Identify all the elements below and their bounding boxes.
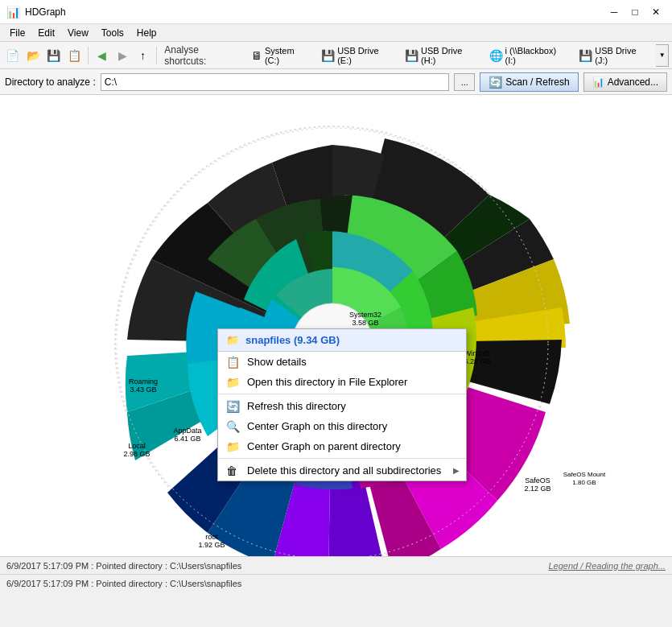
titlebar: 📊 HDGraph ─ □ ✕ xyxy=(0,0,672,24)
label-appdata: AppData xyxy=(173,427,201,435)
minimize-button[interactable]: ─ xyxy=(604,4,624,20)
shortcut-usb-j-label: USB Drive (J:) xyxy=(595,46,649,65)
usb-e-icon: 💾 xyxy=(321,49,335,62)
blackbox-i-icon: 🌐 xyxy=(489,49,503,62)
center-parent-icon: 📁 xyxy=(226,440,240,453)
toolbar-sep-1 xyxy=(88,47,89,64)
show-details-icon: 📋 xyxy=(226,356,240,369)
label-root: root xyxy=(205,533,218,541)
toolbar-back[interactable]: ◀ xyxy=(93,46,111,65)
label-roaming: Roaming xyxy=(128,377,157,386)
directory-input[interactable] xyxy=(101,73,450,91)
bottombar-text: 6/9/2017 5:17:09 PM : Pointed directory … xyxy=(6,579,241,588)
center-graph-label: Center Graph on this directory xyxy=(247,420,387,432)
shortcuts-label: Analyse shortcuts: xyxy=(164,44,241,67)
shortcut-system-c[interactable]: 🖥 System (C:) xyxy=(246,43,315,68)
app-title: HDGraph xyxy=(25,6,66,18)
shortcut-usb-e-label: USB Drive (E:) xyxy=(337,46,394,65)
label-safeos: SafeOS xyxy=(525,476,550,485)
label-appdata-size: 6.41 GB xyxy=(174,435,200,443)
advanced-icon: 📊 xyxy=(592,76,604,88)
shortcut-usb-e[interactable]: 💾 USB Drive (E:) xyxy=(316,43,398,68)
advanced-button[interactable]: 📊 Advanced... xyxy=(583,72,667,92)
system-c-icon: 🖥 xyxy=(251,49,262,62)
context-menu-folder-icon: 📁 xyxy=(226,334,239,346)
toolbar: 📄 📂 💾 📋 ◀ ▶ ↑ Analyse shortcuts: 🖥 Syste… xyxy=(0,42,672,69)
shortcut-usb-j[interactable]: 💾 USB Drive (J:) xyxy=(574,43,654,68)
label-winsxs: WinSxS xyxy=(464,349,489,357)
menu-file[interactable]: File xyxy=(3,26,31,40)
context-menu-open-explorer[interactable]: 📁 Open this directory in File Explorer xyxy=(218,372,466,392)
menu-view[interactable]: View xyxy=(61,26,95,40)
toolbar-new[interactable]: 📄 xyxy=(3,46,22,65)
refresh-dir-label: Refresh this directory xyxy=(247,400,346,412)
addressbar-label: Directory to analyze : xyxy=(5,76,96,88)
menubar: File Edit View Tools Help xyxy=(0,24,672,42)
delete-dir-icon: 🗑 xyxy=(226,464,237,477)
addressbar: Directory to analyze : ... 🔄 Scan / Refr… xyxy=(0,69,672,95)
close-button[interactable]: ✕ xyxy=(646,4,666,20)
scan-refresh-label: Scan / Refresh xyxy=(505,76,569,88)
shortcut-blackbox-i[interactable]: 🌐 i (\\Blackbox) (I:) xyxy=(484,43,573,68)
center-graph-icon: 🔍 xyxy=(226,420,240,433)
label-safeos-mount-size: 1.80 GB xyxy=(572,479,596,486)
usb-h-icon: 💾 xyxy=(405,49,418,62)
shortcuts-dropdown[interactable]: ▼ xyxy=(656,44,669,67)
context-menu-sep-1 xyxy=(218,394,466,394)
label-roaming-size: 3.43 GB xyxy=(130,386,156,394)
app-icon: 📊 xyxy=(6,6,20,19)
usb-j-icon: 💾 xyxy=(579,49,592,62)
menu-edit[interactable]: Edit xyxy=(31,26,61,40)
titlebar-controls: ─ □ ✕ xyxy=(604,4,666,20)
label-root-size: 1.92 GB xyxy=(198,541,225,549)
toolbar-save[interactable]: 💾 xyxy=(44,46,63,65)
label-local-size: 2.98 GB xyxy=(123,450,150,458)
advanced-label: Advanced... xyxy=(608,76,658,88)
label-system32-size: 3.58 GB xyxy=(352,319,378,327)
context-menu-center-graph[interactable]: 🔍 Center Graph on this directory xyxy=(218,416,466,436)
context-menu: 📁 snapfiles (9.34 GB) 📋 Show details 📁 O… xyxy=(217,328,467,481)
center-parent-label: Center Graph on parent directory xyxy=(247,440,401,452)
context-menu-title: snapfiles (9.34 GB) xyxy=(245,334,340,346)
titlebar-left: 📊 HDGraph xyxy=(6,6,66,19)
context-menu-center-parent[interactable]: 📁 Center Graph on parent directory xyxy=(218,436,466,456)
toolbar-copy[interactable]: 📋 xyxy=(64,46,83,65)
label-winsxs-size: 6.28 GB xyxy=(464,357,490,365)
label-local: Local xyxy=(128,442,146,450)
show-details-label: Show details xyxy=(247,356,307,368)
legend-link[interactable]: Legend / Reading the graph... xyxy=(548,561,666,571)
scan-refresh-button[interactable]: 🔄 Scan / Refresh xyxy=(480,72,578,92)
shortcut-system-c-label: System (C:) xyxy=(265,46,310,65)
toolbar-sep-2 xyxy=(156,47,157,64)
open-explorer-icon: 📁 xyxy=(226,376,240,389)
shortcut-usb-h[interactable]: 💾 USB Drive (H:) xyxy=(400,43,483,68)
shortcut-usb-h-label: USB Drive (H:) xyxy=(421,46,478,65)
label-system32: System32 xyxy=(348,311,381,319)
open-explorer-label: Open this directory in File Explorer xyxy=(247,376,407,388)
browse-button[interactable]: ... xyxy=(454,73,475,91)
statusbar-text: 6/9/2017 5:17:09 PM : Pointed directory … xyxy=(6,561,241,571)
context-menu-show-details[interactable]: 📋 Show details xyxy=(218,352,466,372)
menu-help[interactable]: Help xyxy=(130,26,163,40)
label-safeos-mount: SafeOS Mount xyxy=(563,471,605,478)
shortcut-blackbox-i-label: i (\\Blackbox) (I:) xyxy=(505,46,568,65)
statusbar: 6/9/2017 5:17:09 PM : Pointed directory … xyxy=(0,556,672,574)
context-menu-delete-dir[interactable]: 🗑 Delete this directory and all subdirec… xyxy=(218,460,466,481)
context-menu-sep-2 xyxy=(218,458,466,459)
main-content: System32 3.58 GB WinSxS 6.28 GB Windows … xyxy=(0,95,672,592)
refresh-dir-icon: 🔄 xyxy=(226,400,240,413)
refresh-icon: 🔄 xyxy=(489,76,502,89)
menu-tools[interactable]: Tools xyxy=(95,26,130,40)
toolbar-forward[interactable]: ▶ xyxy=(113,46,131,65)
toolbar-up[interactable]: ↑ xyxy=(134,46,152,65)
delete-dir-label: Delete this directory and all subdirecto… xyxy=(247,464,441,476)
context-menu-header: 📁 snapfiles (9.34 GB) xyxy=(218,329,466,352)
bottombar: 6/9/2017 5:17:09 PM : Pointed directory … xyxy=(0,574,672,592)
label-safeos-size: 2.12 GB xyxy=(524,485,550,493)
context-menu-refresh-dir[interactable]: 🔄 Refresh this directory xyxy=(218,396,466,416)
toolbar-open[interactable]: 📂 xyxy=(23,46,42,65)
maximize-button[interactable]: □ xyxy=(625,4,645,20)
